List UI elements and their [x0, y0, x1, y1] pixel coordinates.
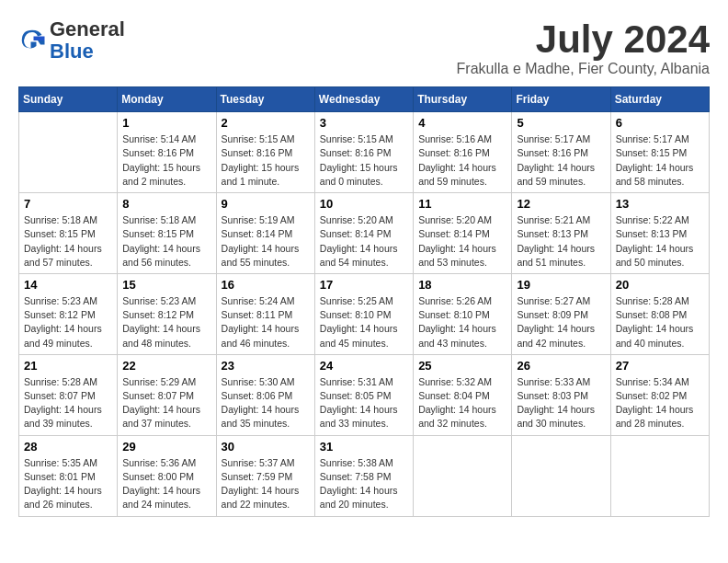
logo: General Blue: [18, 18, 125, 63]
day-info: Sunrise: 5:15 AM Sunset: 8:16 PM Dayligh…: [222, 132, 310, 189]
calendar-cell: 31Sunrise: 5:38 AM Sunset: 7:58 PM Dayli…: [314, 435, 413, 516]
calendar-cell: [610, 435, 709, 516]
logo-general: General: [50, 18, 125, 40]
day-number: 18: [418, 278, 506, 292]
month-title: July 2024: [457, 18, 710, 61]
day-info: Sunrise: 5:26 AM Sunset: 8:10 PM Dayligh…: [418, 294, 506, 350]
day-number: 9: [222, 197, 310, 211]
day-number: 7: [24, 197, 112, 211]
calendar-cell: 9Sunrise: 5:19 AM Sunset: 8:14 PM Daylig…: [216, 193, 314, 274]
calendar-table: SundayMondayTuesdayWednesdayThursdayFrid…: [18, 86, 710, 516]
calendar-cell: 16Sunrise: 5:24 AM Sunset: 8:11 PM Dayli…: [216, 273, 314, 354]
day-number: 10: [320, 197, 408, 211]
calendar-cell: [19, 112, 118, 193]
calendar-cell: 7Sunrise: 5:18 AM Sunset: 8:15 PM Daylig…: [19, 193, 118, 274]
day-number: 19: [517, 278, 605, 292]
calendar-cell: 4Sunrise: 5:16 AM Sunset: 8:16 PM Daylig…: [414, 112, 512, 193]
calendar-cell: 10Sunrise: 5:20 AM Sunset: 8:14 PM Dayli…: [314, 193, 413, 274]
calendar-cell: 26Sunrise: 5:33 AM Sunset: 8:03 PM Dayli…: [512, 354, 610, 435]
logo-icon: [18, 27, 46, 54]
day-info: Sunrise: 5:28 AM Sunset: 8:07 PM Dayligh…: [24, 375, 112, 431]
day-number: 25: [418, 359, 506, 373]
day-info: Sunrise: 5:20 AM Sunset: 8:14 PM Dayligh…: [418, 213, 506, 270]
logo-blue: Blue: [50, 40, 125, 63]
calendar-cell: 8Sunrise: 5:18 AM Sunset: 8:15 PM Daylig…: [118, 193, 216, 274]
day-info: Sunrise: 5:14 AM Sunset: 8:16 PM Dayligh…: [122, 132, 210, 189]
day-info: Sunrise: 5:31 AM Sunset: 8:05 PM Dayligh…: [320, 375, 408, 431]
day-number: 21: [24, 359, 112, 373]
day-info: Sunrise: 5:36 AM Sunset: 8:00 PM Dayligh…: [122, 456, 210, 512]
day-info: Sunrise: 5:17 AM Sunset: 8:15 PM Dayligh…: [616, 132, 704, 189]
day-info: Sunrise: 5:20 AM Sunset: 8:14 PM Dayligh…: [320, 213, 408, 270]
calendar-cell: 23Sunrise: 5:30 AM Sunset: 8:06 PM Dayli…: [216, 354, 314, 435]
day-info: Sunrise: 5:38 AM Sunset: 7:58 PM Dayligh…: [320, 456, 408, 512]
day-number: 20: [616, 278, 704, 292]
day-info: Sunrise: 5:15 AM Sunset: 8:16 PM Dayligh…: [320, 132, 408, 189]
day-number: 30: [222, 440, 310, 454]
header-friday: Friday: [512, 87, 610, 112]
day-info: Sunrise: 5:18 AM Sunset: 8:15 PM Dayligh…: [24, 213, 112, 270]
day-info: Sunrise: 5:29 AM Sunset: 8:07 PM Dayligh…: [122, 375, 210, 431]
day-info: Sunrise: 5:25 AM Sunset: 8:10 PM Dayligh…: [320, 294, 408, 350]
calendar-cell: 3Sunrise: 5:15 AM Sunset: 8:16 PM Daylig…: [314, 112, 413, 193]
day-number: 5: [517, 116, 605, 130]
day-number: 6: [616, 116, 704, 130]
calendar-cell: 6Sunrise: 5:17 AM Sunset: 8:15 PM Daylig…: [610, 112, 709, 193]
header-thursday: Thursday: [414, 87, 512, 112]
calendar-cell: 5Sunrise: 5:17 AM Sunset: 8:16 PM Daylig…: [512, 112, 610, 193]
calendar-cell: 13Sunrise: 5:22 AM Sunset: 8:13 PM Dayli…: [610, 193, 709, 274]
header-sunday: Sunday: [19, 87, 118, 112]
day-number: 1: [122, 116, 210, 130]
calendar-cell: 21Sunrise: 5:28 AM Sunset: 8:07 PM Dayli…: [19, 354, 118, 435]
day-number: 28: [24, 440, 112, 454]
day-number: 14: [24, 278, 112, 292]
calendar-cell: 24Sunrise: 5:31 AM Sunset: 8:05 PM Dayli…: [314, 354, 413, 435]
day-number: 8: [122, 197, 210, 211]
calendar-cell: 14Sunrise: 5:23 AM Sunset: 8:12 PM Dayli…: [19, 273, 118, 354]
day-number: 22: [122, 359, 210, 373]
calendar-cell: 28Sunrise: 5:35 AM Sunset: 8:01 PM Dayli…: [19, 435, 118, 516]
day-info: Sunrise: 5:32 AM Sunset: 8:04 PM Dayligh…: [418, 375, 506, 431]
calendar-cell: 17Sunrise: 5:25 AM Sunset: 8:10 PM Dayli…: [314, 273, 413, 354]
calendar-cell: 25Sunrise: 5:32 AM Sunset: 8:04 PM Dayli…: [414, 354, 512, 435]
header-saturday: Saturday: [610, 87, 709, 112]
day-info: Sunrise: 5:21 AM Sunset: 8:13 PM Dayligh…: [517, 213, 605, 270]
page-header: General Blue July 2024 Frakulla e Madhe,…: [18, 18, 710, 77]
day-number: 24: [320, 359, 408, 373]
day-number: 17: [320, 278, 408, 292]
week-row-5: 28Sunrise: 5:35 AM Sunset: 8:01 PM Dayli…: [19, 435, 710, 516]
calendar-cell: 15Sunrise: 5:23 AM Sunset: 8:12 PM Dayli…: [118, 273, 216, 354]
day-info: Sunrise: 5:19 AM Sunset: 8:14 PM Dayligh…: [222, 213, 310, 270]
day-number: 16: [222, 278, 310, 292]
calendar-cell: 19Sunrise: 5:27 AM Sunset: 8:09 PM Dayli…: [512, 273, 610, 354]
calendar-header-row: SundayMondayTuesdayWednesdayThursdayFrid…: [19, 87, 710, 112]
day-info: Sunrise: 5:23 AM Sunset: 8:12 PM Dayligh…: [122, 294, 210, 350]
day-info: Sunrise: 5:35 AM Sunset: 8:01 PM Dayligh…: [24, 456, 112, 512]
title-block: July 2024 Frakulla e Madhe, Fier County,…: [457, 18, 710, 77]
day-number: 3: [320, 116, 408, 130]
day-number: 23: [222, 359, 310, 373]
day-info: Sunrise: 5:33 AM Sunset: 8:03 PM Dayligh…: [517, 375, 605, 431]
week-row-1: 1Sunrise: 5:14 AM Sunset: 8:16 PM Daylig…: [19, 112, 710, 193]
day-info: Sunrise: 5:30 AM Sunset: 8:06 PM Dayligh…: [222, 375, 310, 431]
day-info: Sunrise: 5:18 AM Sunset: 8:15 PM Dayligh…: [122, 213, 210, 270]
day-number: 2: [222, 116, 310, 130]
day-number: 12: [517, 197, 605, 211]
week-row-3: 14Sunrise: 5:23 AM Sunset: 8:12 PM Dayli…: [19, 273, 710, 354]
header-wednesday: Wednesday: [314, 87, 413, 112]
calendar-cell: [414, 435, 512, 516]
day-info: Sunrise: 5:28 AM Sunset: 8:08 PM Dayligh…: [616, 294, 704, 350]
location-title: Frakulla e Madhe, Fier County, Albania: [457, 61, 710, 77]
day-number: 26: [517, 359, 605, 373]
day-number: 31: [320, 440, 408, 454]
calendar-cell: 1Sunrise: 5:14 AM Sunset: 8:16 PM Daylig…: [118, 112, 216, 193]
day-info: Sunrise: 5:34 AM Sunset: 8:02 PM Dayligh…: [616, 375, 704, 431]
day-number: 15: [122, 278, 210, 292]
calendar-cell: 12Sunrise: 5:21 AM Sunset: 8:13 PM Dayli…: [512, 193, 610, 274]
week-row-4: 21Sunrise: 5:28 AM Sunset: 8:07 PM Dayli…: [19, 354, 710, 435]
calendar-cell: 11Sunrise: 5:20 AM Sunset: 8:14 PM Dayli…: [414, 193, 512, 274]
calendar-cell: 29Sunrise: 5:36 AM Sunset: 8:00 PM Dayli…: [118, 435, 216, 516]
calendar-cell: 18Sunrise: 5:26 AM Sunset: 8:10 PM Dayli…: [414, 273, 512, 354]
day-info: Sunrise: 5:24 AM Sunset: 8:11 PM Dayligh…: [222, 294, 310, 350]
day-number: 27: [616, 359, 704, 373]
